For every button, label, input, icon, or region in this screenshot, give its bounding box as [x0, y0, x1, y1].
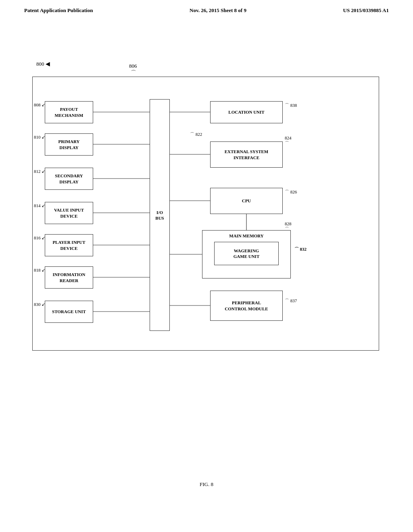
box-cpu: CPU [210, 188, 283, 214]
box-main-memory: MAIN MEMORY WAGERING GAME UNIT ⌒ 832 [202, 230, 291, 278]
figure-caption: FIG. 8 [0, 481, 413, 488]
ref-812: 812 ↙ [34, 169, 45, 174]
box-storage-unit: STORAGE UNIT [45, 301, 93, 323]
ref-837: ⌒ 837 [285, 298, 297, 304]
box-external-system-interface: EXTERNAL SYSTEM INTERFACE [210, 141, 283, 168]
label-800: 800 ◀ [36, 60, 50, 67]
box-peripheral-control-module: PERIPHERAL CONTROL MODULE [210, 291, 283, 321]
ref-824: 824⌒ [285, 135, 292, 146]
diagram-container: 800 ◀ 806⌒ [32, 56, 379, 351]
page-header: Patent Application Publication Nov. 26, … [0, 0, 413, 14]
ref-826: ⌒ 826 [285, 189, 297, 195]
box-wagering-game-unit: WAGERING GAME UNIT ⌒ 832 [214, 242, 279, 265]
ref-838: ⌒ 838 [285, 102, 297, 108]
outer-system-box: PAYOUT MECHANISM 808 ↙ PRIMARY DISPLAY 8… [32, 77, 379, 351]
box-secondary-display: SECONDARY DISPLAY [45, 168, 93, 190]
header-right: US 2015/0339885 A1 [343, 7, 389, 14]
ref-818: 818 ↙ [34, 268, 45, 273]
header-center: Nov. 26, 2015 Sheet 8 of 9 [190, 7, 246, 14]
ref-814: 814 ↙ [34, 203, 45, 208]
ref-832: ⌒ 832 [294, 246, 307, 252]
header-left: Patent Application Publication [24, 7, 93, 14]
box-io-bus: I/OBUS [150, 99, 170, 331]
main-memory-label: MAIN MEMORY [202, 233, 290, 240]
box-payout-mechanism: PAYOUT MECHANISM [45, 101, 93, 123]
ref-830: 830 ↙ [34, 302, 45, 307]
box-primary-display: PRIMARY DISPLAY [45, 133, 93, 156]
ref-808: 808 ↙ [34, 102, 45, 108]
ref-816: 816 ↙ [34, 235, 45, 241]
box-player-input-device: PLAYER INPUT DEVICE [45, 234, 93, 256]
box-value-input-device: VALUE INPUT DEVICE [45, 202, 93, 224]
box-location-unit: LOCATION UNIT [210, 101, 283, 123]
ref-822: ⌒ 822 [190, 131, 202, 137]
ref-810: 810 ↙ [34, 135, 45, 140]
label-806: 806⌒ [129, 63, 137, 77]
box-information-reader: INFORMATION READER [45, 266, 93, 289]
